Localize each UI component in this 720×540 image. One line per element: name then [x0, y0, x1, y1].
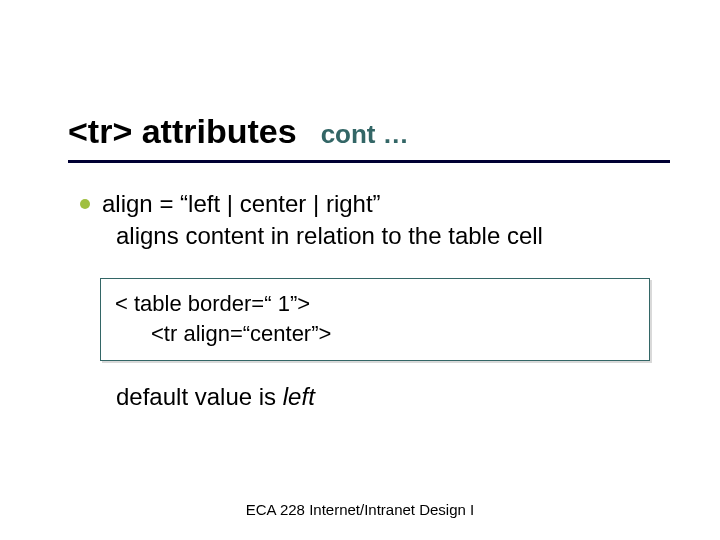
code-line-1: < table border=“ 1”> [115, 289, 635, 319]
title-main: <tr> attributes [68, 112, 297, 151]
default-text: default value is [116, 383, 283, 410]
code-line-2: <tr align=“center”> [151, 319, 635, 349]
slide-body: align = “left | center | right” aligns c… [80, 190, 660, 411]
slide: <tr> attributes cont … align = “left | c… [0, 0, 720, 540]
default-note: default value is left [116, 383, 660, 411]
bullet-text: align = “left | center | right” [102, 190, 381, 218]
code-example: < table border=“ 1”> <tr align=“center”> [100, 278, 650, 361]
default-value: left [283, 383, 315, 410]
bullet-row: align = “left | center | right” [80, 190, 660, 218]
title-sub: cont … [321, 119, 409, 150]
slide-footer: ECA 228 Internet/Intranet Design I [0, 501, 720, 518]
title-underline [68, 160, 670, 163]
slide-title: <tr> attributes cont … [68, 112, 670, 151]
bullet-icon [80, 199, 90, 209]
bullet-subtext: aligns content in relation to the table … [116, 222, 660, 250]
